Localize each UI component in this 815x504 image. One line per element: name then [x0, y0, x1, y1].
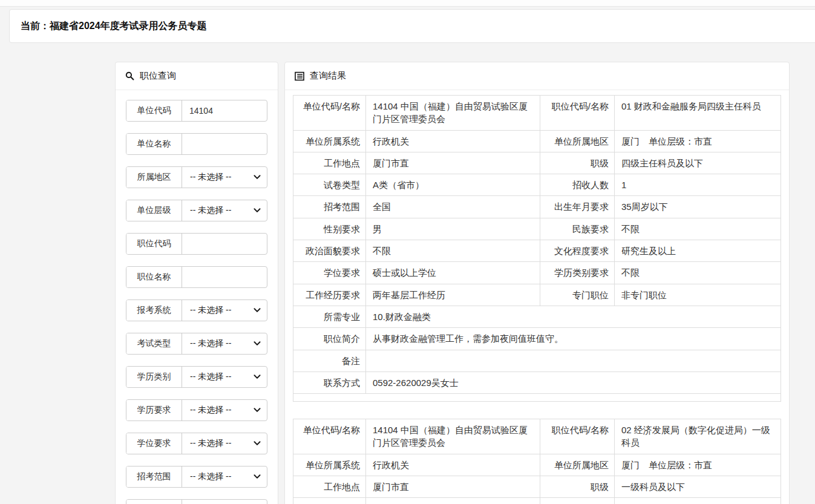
cell-value: 一级科员及以下	[615, 476, 781, 498]
field-education-category-label: 学历类别	[126, 367, 182, 387]
table-row: 学位要求 硕士或以上学位 学历类别要求 不限	[293, 262, 781, 284]
exam-type-select-value: -- 未选择 --	[190, 338, 231, 349]
recruitment-scope-select-value: -- 未选择 --	[190, 471, 231, 482]
cell-label: 职级	[540, 152, 615, 174]
cell-value: 不限	[615, 262, 781, 284]
cell-label: 招考范围	[293, 196, 366, 218]
position-name-input[interactable]	[182, 267, 267, 287]
field-position-code: 职位代码	[126, 233, 267, 255]
cell-label: 单位代码/名称	[293, 96, 366, 131]
table-row: 单位代码/名称 14104 中国（福建）自由贸易试验区厦门片区管理委员会 职位代…	[293, 96, 781, 131]
cell-value: 四级主任科员及以下	[615, 152, 781, 174]
education-requirement-select[interactable]: -- 未选择 --	[182, 400, 267, 421]
cell-label: 学位要求	[293, 262, 366, 284]
spacer-cell	[293, 394, 781, 402]
cell-value: 02 经济发展局（数字化促进局）一级科员	[615, 419, 781, 454]
cell-label: 单位所属地区	[540, 130, 615, 152]
application-system-select-value: -- 未选择 --	[190, 305, 231, 316]
field-unit-code-label: 单位代码	[126, 100, 182, 121]
cell-value: 行政机关	[366, 454, 540, 476]
field-partial-input[interactable]	[182, 500, 267, 504]
cell-label: 性别要求	[293, 218, 366, 240]
cell-label: 职位简介	[293, 328, 366, 350]
top-navbar-remnant	[0, 0, 815, 7]
search-panel-header: 职位查询	[116, 62, 278, 90]
chevron-down-icon	[254, 408, 261, 413]
education-category-select-value: -- 未选择 --	[190, 371, 231, 382]
chevron-down-icon	[254, 474, 261, 479]
cell-value: 两年基层工作经历	[366, 284, 540, 306]
results-list: 单位代码/名称 14104 中国（福建）自由贸易试验区厦门片区管理委员会 职位代…	[285, 90, 789, 504]
field-partial	[126, 499, 267, 504]
exam-type-select[interactable]: -- 未选择 --	[182, 333, 267, 354]
field-unit-code: 单位代码	[126, 100, 267, 122]
cell-label: 试卷类型	[293, 174, 366, 196]
unit-code-input[interactable]	[182, 100, 267, 121]
cell-value: 1	[615, 498, 781, 504]
chevron-down-icon	[254, 208, 261, 213]
field-unit-level: 单位层级 -- 未选择 --	[126, 200, 267, 221]
cell-value: 35周岁以下	[615, 196, 781, 218]
cell-value: 14104 中国（福建）自由贸易试验区厦门片区管理委员会	[366, 419, 540, 454]
cell-value: 厦门市直	[366, 152, 540, 174]
unit-name-input[interactable]	[182, 134, 267, 154]
cell-label: 工作地点	[293, 476, 366, 498]
cell-value: 从事财政金融管理工作，需参加夜间值班值守。	[366, 328, 781, 350]
field-position-name-label: 职位名称	[126, 267, 182, 287]
table-row: 试卷类型 A类（省市） 招收人数 1	[293, 174, 781, 196]
table-row: 工作地点 厦门市直 职级 四级主任科员及以下	[293, 152, 781, 174]
search-icon	[125, 71, 134, 80]
table-spacer-row	[293, 394, 781, 402]
table-row: 职位简介 从事财政金融管理工作，需参加夜间值班值守。	[293, 328, 781, 350]
field-education-category: 学历类别 -- 未选择 --	[126, 366, 267, 388]
table-row: 工作地点 厦门市直 职级 一级科员及以下	[293, 476, 781, 498]
table-row: 政治面貌要求 不限 文化程度要求 研究生及以上	[293, 240, 781, 262]
field-degree-requirement: 学位要求 -- 未选择 --	[126, 433, 267, 454]
list-alt-icon	[295, 71, 304, 81]
cell-value: 非专门职位	[615, 284, 781, 306]
application-system-select[interactable]: -- 未选择 --	[182, 300, 267, 321]
cell-label: 单位所属地区	[540, 454, 615, 476]
cell-label: 招收人数	[540, 174, 615, 196]
region-select[interactable]: -- 未选择 --	[182, 167, 267, 188]
field-position-code-label: 职位代码	[126, 234, 182, 254]
table-row: 工作经历要求 两年基层工作经历 专门职位 非专门职位	[293, 284, 781, 306]
results-panel-title: 查询结果	[310, 70, 346, 82]
breadcrumb-text: 当前：福建省2024年度考试录用公务员专题	[21, 20, 207, 33]
unit-level-select[interactable]: -- 未选择 --	[182, 200, 267, 221]
table-row: 单位所属系统 行政机关 单位所属地区 厦门 单位层级：市直	[293, 130, 781, 152]
cell-label: 职位代码/名称	[540, 419, 615, 454]
cell-label: 单位所属系统	[293, 130, 366, 152]
degree-requirement-select[interactable]: -- 未选择 --	[182, 433, 267, 454]
cell-label: 工作经历要求	[293, 284, 366, 306]
cell-value: 1	[615, 174, 781, 196]
field-unit-level-label: 单位层级	[126, 200, 182, 221]
field-application-system-label: 报考系统	[126, 300, 182, 321]
recruitment-scope-select[interactable]: -- 未选择 --	[182, 466, 267, 487]
table-row: 性别要求 男 民族要求 不限	[293, 218, 781, 240]
field-education-requirement: 学历要求 -- 未选择 --	[126, 399, 267, 421]
chevron-down-icon	[254, 175, 261, 180]
cell-label: 工作地点	[293, 152, 366, 174]
cell-label: 学历类别要求	[540, 262, 615, 284]
cell-value: 厦门 单位层级：市直	[615, 130, 781, 152]
education-category-select[interactable]: -- 未选择 --	[182, 367, 267, 387]
cell-value	[366, 350, 781, 371]
table-row: 所需专业 10.财政金融类	[293, 306, 781, 327]
field-position-name: 职位名称	[126, 266, 267, 288]
chevron-down-icon	[254, 441, 261, 446]
cell-label: 招收人数	[540, 498, 615, 504]
cell-value: 厦门市直	[366, 476, 540, 498]
position-code-input[interactable]	[182, 234, 267, 254]
job-table-1: 单位代码/名称 14104 中国（福建）自由贸易试验区厦门片区管理委员会 职位代…	[293, 95, 781, 402]
table-row: 招考范围 全国 出生年月要求 35周岁以下	[293, 196, 781, 218]
page-content: 职位查询 单位代码 单位名称 所属地区 -- 未选择 --	[115, 62, 790, 504]
cell-label: 所需专业	[293, 306, 366, 327]
region-select-value: -- 未选择 --	[190, 172, 231, 183]
cell-value: 0592-2620029吴女士	[366, 371, 781, 393]
field-exam-type-label: 考试类型	[126, 333, 182, 354]
cell-value: 硕士或以上学位	[366, 262, 540, 284]
field-partial-label	[126, 500, 182, 504]
field-unit-name-label: 单位名称	[126, 134, 182, 154]
field-recruitment-scope: 招考范围 -- 未选择 --	[126, 466, 267, 488]
